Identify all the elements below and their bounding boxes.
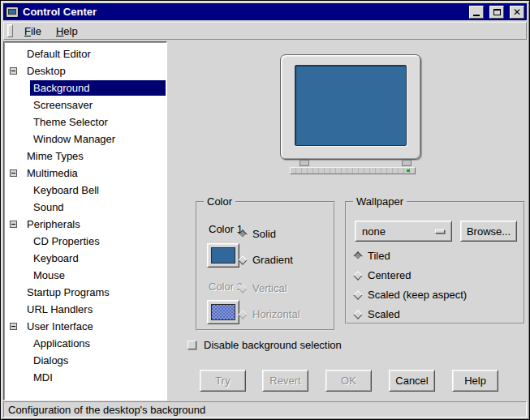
desktop-preview-monitor — [280, 54, 421, 160]
radio-centered[interactable]: Centered — [355, 269, 411, 281]
cancel-button[interactable]: Cancel — [389, 370, 435, 392]
radio-indicator-icon — [238, 284, 247, 293]
menu-file[interactable]: File — [17, 24, 49, 39]
color2-swatch — [211, 304, 235, 320]
option-menu-indicator-icon — [435, 229, 445, 234]
wallpaper-frame-title: Wallpaper — [353, 195, 407, 208]
minimize-icon — [473, 15, 480, 16]
menubar-grip-handle[interactable] — [7, 24, 13, 37]
close-icon: ✕ — [513, 7, 521, 17]
background-settings-panel: Color Color 1 Solid Gradient Color 2 Ver… — [168, 41, 528, 401]
maximize-button[interactable] — [489, 6, 504, 19]
tree-collapse-icon[interactable] — [10, 323, 17, 330]
keyboard-led — [407, 169, 410, 172]
radio-indicator-icon — [353, 310, 362, 319]
app-icon[interactable] — [6, 6, 19, 18]
radio-scaled[interactable]: Scaled — [355, 308, 400, 320]
desktop-preview-screen — [295, 65, 407, 146]
titlebar[interactable]: Control Center ✕ — [3, 3, 527, 20]
checkbox-box-icon — [187, 341, 196, 349]
color2-label: Color 2 — [209, 281, 243, 293]
radio-solid[interactable]: Solid — [239, 228, 276, 240]
radio-indicator-icon — [353, 271, 362, 280]
color2-picker-button[interactable] — [207, 300, 239, 324]
radio-scaled-keep-aspect[interactable]: Scaled (keep aspect) — [355, 289, 467, 301]
tree-item-applications[interactable]: Applications — [4, 335, 166, 352]
tree-item-screensaver[interactable]: Screensaver — [4, 96, 166, 114]
tree-item-keyboard[interactable]: Keyboard — [4, 250, 166, 267]
browse-button[interactable]: Browse... — [460, 221, 517, 242]
try-button[interactable]: Try — [200, 370, 246, 392]
color-frame-title: Color — [204, 195, 235, 208]
color1-swatch — [211, 247, 235, 264]
tree-item-peripherals[interactable]: Peripherals — [4, 216, 166, 233]
maximize-icon — [493, 9, 501, 15]
tree-item-default-editor[interactable]: Default Editor — [4, 45, 166, 62]
wallpaper-file-value: none — [362, 225, 386, 238]
monitor-foot-right — [402, 160, 412, 166]
tree-item-cd-properties[interactable]: CD Properties — [4, 233, 166, 250]
radio-indicator-icon — [238, 229, 247, 238]
tree-item-keyboard-bell[interactable]: Keyboard Bell — [4, 182, 166, 199]
menu-help[interactable]: Help — [49, 24, 85, 39]
statusbar: Configuration of the desktop's backgroun… — [3, 401, 527, 418]
tree-item-background[interactable]: Background — [4, 79, 166, 96]
revert-button[interactable]: Revert — [262, 370, 308, 392]
monitor-foot-left — [299, 160, 309, 166]
tree-item-url-handlers[interactable]: URL Handlers — [4, 301, 166, 318]
window-title: Control Center — [23, 6, 463, 18]
tree-collapse-icon[interactable] — [10, 169, 17, 177]
close-button[interactable]: ✕ — [510, 6, 524, 19]
minimize-button[interactable] — [469, 6, 484, 19]
tree-item-mdi[interactable]: MDI — [4, 369, 166, 386]
radio-vertical[interactable]: Vertical — [239, 282, 287, 294]
tree-item-mime-types[interactable]: Mime Types — [4, 148, 166, 165]
tree-item-multimedia[interactable]: Multimedia — [4, 165, 166, 182]
tree-item-startup-programs[interactable]: Startup Programs — [4, 284, 166, 301]
color-frame: Color Color 1 Solid Gradient Color 2 Ver… — [196, 201, 335, 331]
disable-background-checkbox[interactable]: Disable background selection — [187, 339, 342, 351]
tree-collapse-icon[interactable] — [10, 67, 17, 75]
tree-collapse-icon[interactable] — [10, 221, 17, 228]
tree-item-mouse[interactable]: Mouse — [4, 267, 166, 284]
wallpaper-file-select[interactable]: none — [355, 221, 452, 242]
radio-indicator-icon — [238, 255, 247, 264]
tree-item-desktop[interactable]: Desktop — [4, 62, 166, 79]
tree-item-dialogs[interactable]: Dialogs — [4, 352, 166, 369]
tree-item-theme-selector[interactable]: Theme Selector — [4, 114, 166, 131]
radio-gradient[interactable]: Gradient — [239, 254, 293, 266]
category-tree: Default Editor Desktop Background Screen… — [3, 41, 167, 401]
radio-indicator-icon — [353, 290, 362, 299]
wallpaper-frame: Wallpaper none Browse... Tiled Centered … — [345, 201, 525, 324]
radio-horizontal[interactable]: Horizontal — [239, 308, 300, 320]
radio-indicator-icon — [238, 310, 247, 319]
tree-item-sound[interactable]: Sound — [4, 199, 166, 216]
control-center-window: Control Center ✕ File Help Default Edito… — [0, 0, 530, 420]
tree-item-window-manager[interactable]: Window Manager — [4, 131, 166, 148]
help-button[interactable]: Help — [452, 370, 498, 392]
preview-keyboard — [290, 167, 416, 174]
radio-tiled[interactable]: Tiled — [355, 250, 390, 262]
status-text: Configuration of the desktop's backgroun… — [8, 404, 205, 416]
color1-picker-button[interactable] — [207, 243, 239, 268]
radio-indicator-icon — [353, 251, 362, 260]
tree-item-user-interface[interactable]: User Interface — [4, 318, 166, 335]
checkbox-label: Disable background selection — [204, 339, 342, 351]
ok-button[interactable]: OK — [325, 370, 372, 392]
menubar: File Help — [3, 22, 527, 40]
